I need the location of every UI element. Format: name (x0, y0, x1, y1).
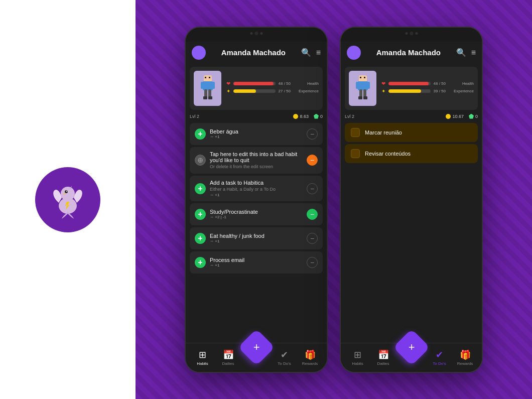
search-icon-1[interactable]: 🔍 (301, 48, 311, 57)
xp-value-2: 39 / 50 (434, 89, 446, 93)
star-icon-2: ✦ (381, 88, 385, 94)
habits-nav-icon-2: ⊞ (354, 349, 361, 360)
habit-text-4: Eat healthy / junk food ↔ +1 (210, 233, 303, 243)
phone1-content: Amanda Machado 🔍 ≡ (186, 42, 327, 372)
habit-name-2: Add a task to Habitica (210, 180, 303, 186)
svg-rect-9 (212, 82, 215, 89)
habit-minus-btn-2[interactable]: − (307, 183, 318, 194)
todo-name-1: Revisar conteúdos (365, 151, 411, 157)
filter-icon-2[interactable]: ≡ (471, 48, 476, 57)
char-panel-1: ❤ 48 / 50 Health ✦ 27 / 50 Experienc (190, 67, 323, 110)
xp-bar-bg-2 (388, 89, 431, 93)
nav-rewards-1[interactable]: 🎁 Rewards (298, 349, 323, 366)
svg-rect-7 (203, 81, 213, 90)
habit-plus-btn-3[interactable]: + (195, 209, 206, 220)
habit-item-5: + Process email ↔ +1 − (190, 251, 323, 274)
todo-checkbox-1[interactable] (351, 149, 360, 158)
nav-dailies-2[interactable]: 📅 Dailies (371, 349, 396, 366)
svg-rect-19 (367, 82, 370, 89)
svg-point-2 (65, 190, 68, 193)
nav-todos-2[interactable]: ✔ To Do's (427, 349, 452, 366)
habit-text-5: Process email ↔ +1 (210, 257, 303, 268)
xp-bar-fill-2 (388, 89, 421, 93)
char-stats-1: ❤ 48 / 50 Health ✦ 27 / 50 Experienc (226, 81, 319, 96)
todo-checkbox-0[interactable] (351, 128, 360, 137)
rewards-nav-label-1: Rewards (302, 361, 318, 366)
svg-rect-23 (363, 96, 367, 99)
xp-row-1: ✦ 27 / 50 Experience (226, 88, 319, 94)
dailies-nav-icon-2: 📅 (378, 349, 389, 360)
app-header-1: Amanda Machado 🔍 ≡ (186, 42, 327, 64)
gem-icon-2 (469, 114, 474, 119)
habit-plus-btn-4[interactable]: + (195, 233, 206, 244)
health-bar-fill-2 (388, 82, 429, 85)
header-title-2: Amanda Machado (365, 48, 452, 57)
habit-minus-btn-0[interactable]: − (307, 128, 318, 140)
todos-nav-label-1: To Do's (278, 361, 291, 366)
todo-item-1: Revisar conteúdos (345, 144, 478, 163)
phone-todos: Amanda Machado 🔍 ≡ (340, 27, 483, 373)
nav-rewards-2[interactable]: 🎁 Rewards (453, 349, 478, 366)
filter-icon-1[interactable]: ≡ (316, 48, 321, 57)
habit-minus-btn-5[interactable]: − (307, 257, 318, 268)
char-footer-2: Lvl 2 10.67 0 (341, 113, 482, 121)
nav-dailies-1[interactable]: 📅 Dailies (216, 349, 241, 366)
rewards-nav-label-2: Rewards (457, 361, 473, 366)
svg-rect-21 (363, 89, 366, 97)
habits-nav-label-2: Habits (352, 361, 363, 366)
xp-bar-fill-1 (233, 89, 256, 93)
level-text-2: Lvl 2 (345, 114, 354, 119)
rewards-nav-icon-1: 🎁 (305, 349, 316, 360)
xp-value-1: 27 / 50 (279, 89, 291, 93)
header-title-1: Amanda Machado (210, 48, 297, 57)
habits-nav-icon-1: ⊞ (199, 349, 206, 360)
xp-bar-bg-1 (233, 89, 276, 93)
gold-coin-icon-1 (293, 114, 298, 119)
habit-item-4: + Eat healthy / junk food ↔ +1 − (190, 227, 323, 249)
header-icons-1: 🔍 ≡ (301, 48, 321, 57)
dot3 (405, 32, 408, 35)
star-icon-1: ✦ (226, 88, 230, 94)
phone-dots-1 (250, 32, 262, 35)
svg-rect-10 (204, 89, 207, 97)
xp-label-2: Experience (449, 89, 474, 93)
habit-text-1: Tap here to edit this into a bad habit y… (210, 151, 303, 170)
todos-nav-icon-1: ✔ (281, 349, 288, 360)
habit-minus-btn-3[interactable]: − (307, 209, 318, 220)
gold-value-2: 10.67 (452, 114, 464, 119)
logo-circle (35, 167, 100, 232)
habit-minus-btn-4[interactable]: − (307, 233, 318, 244)
habit-plus-btn-5[interactable]: + (195, 257, 206, 268)
health-row-2: ❤ 48 / 50 Health (381, 81, 474, 86)
xp-label-1: Experience (294, 89, 319, 93)
habit-name-1: Tap here to edit this into a bad habit y… (210, 151, 303, 163)
nav-habits-1[interactable]: ⊞ Habits (190, 349, 215, 366)
habit-item-1: ⊕ Tap here to edit this into a bad habit… (190, 147, 323, 174)
heart-icon-2: ❤ (381, 81, 385, 86)
habit-badge-2: ↔ +1 (210, 193, 303, 197)
avatar-2 (347, 46, 361, 60)
todo-name-0: Marcar reunião (365, 129, 402, 136)
gem-item-2: 0 (469, 114, 478, 119)
nav-todos-1[interactable]: ✔ To Do's (272, 349, 297, 366)
gold-coin-icon-2 (446, 114, 451, 119)
search-icon-2[interactable]: 🔍 (456, 48, 466, 57)
nav-habits-2[interactable]: ⊞ Habits (345, 349, 370, 366)
bottom-nav-1: ⊞ Habits 📅 Dailies ✔ To Do's 🎁 Rewards (186, 343, 327, 372)
habit-minus-btn-1[interactable]: − (307, 155, 318, 166)
char-avatar-1 (194, 71, 221, 106)
habit-name-0: Beber água (210, 128, 303, 135)
habit-badge-0: ↔ +1 (210, 135, 303, 139)
gem-value-2: 0 (475, 114, 478, 119)
avatar-1 (192, 46, 206, 60)
xp-row-2: ✦ 39 / 50 Experience (381, 88, 474, 94)
health-bar-fill-1 (233, 82, 274, 85)
habit-text-0: Beber água ↔ +1 (210, 128, 303, 139)
habit-plus-btn-0[interactable]: + (195, 128, 206, 140)
svg-rect-20 (359, 89, 362, 97)
habit-plus-btn-1[interactable]: ⊕ (195, 155, 206, 166)
gem-icon-1 (314, 114, 319, 119)
dailies-nav-label-2: Dailies (377, 361, 389, 366)
habit-item-3: + Study/Procrastinate ↔ +2 | -1 − (190, 203, 323, 225)
habit-plus-btn-2[interactable]: + (195, 183, 206, 194)
